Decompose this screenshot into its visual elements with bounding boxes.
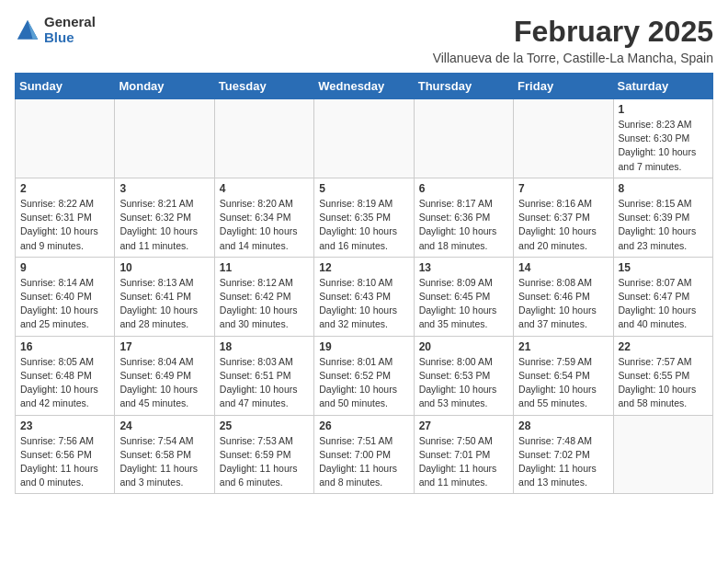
day-number: 5 <box>319 182 408 195</box>
day-number: 27 <box>419 419 508 432</box>
calendar-cell: 5Sunrise: 8:19 AM Sunset: 6:35 PM Daylig… <box>314 178 414 257</box>
calendar-cell: 12Sunrise: 8:10 AM Sunset: 6:43 PM Dayli… <box>314 257 414 336</box>
day-info: Sunrise: 8:23 AM Sunset: 6:30 PM Dayligh… <box>619 118 708 174</box>
logo: General Blue <box>15 15 96 45</box>
day-number: 14 <box>518 261 608 274</box>
day-number: 2 <box>20 182 109 195</box>
day-number: 16 <box>20 340 109 353</box>
day-number: 3 <box>119 182 209 195</box>
logo-icon <box>15 17 40 43</box>
day-info: Sunrise: 8:13 AM Sunset: 6:41 PM Dayligh… <box>119 276 209 332</box>
logo-text: General Blue <box>44 15 96 45</box>
day-info: Sunrise: 8:19 AM Sunset: 6:35 PM Dayligh… <box>319 197 408 253</box>
day-info: Sunrise: 7:56 AM Sunset: 6:56 PM Dayligh… <box>20 434 109 490</box>
day-info: Sunrise: 7:50 AM Sunset: 7:01 PM Dayligh… <box>419 434 508 490</box>
day-info: Sunrise: 8:08 AM Sunset: 6:46 PM Dayligh… <box>518 276 608 332</box>
location: Villanueva de la Torre, Castille-La Manc… <box>433 51 713 65</box>
weekday-header-thursday: Thursday <box>414 74 513 99</box>
calendar-cell: 3Sunrise: 8:21 AM Sunset: 6:32 PM Daylig… <box>115 178 214 257</box>
day-number: 4 <box>220 182 309 195</box>
day-number: 20 <box>419 340 508 353</box>
calendar-cell: 16Sunrise: 8:05 AM Sunset: 6:48 PM Dayli… <box>16 336 115 415</box>
weekday-header-sunday: Sunday <box>16 74 115 99</box>
day-number: 12 <box>319 261 408 274</box>
calendar-cell: 21Sunrise: 7:59 AM Sunset: 6:54 PM Dayli… <box>514 336 613 415</box>
calendar-cell <box>613 415 712 494</box>
day-info: Sunrise: 7:48 AM Sunset: 7:02 PM Dayligh… <box>518 434 608 490</box>
day-number: 21 <box>518 340 608 353</box>
calendar-cell: 22Sunrise: 7:57 AM Sunset: 6:55 PM Dayli… <box>613 336 712 415</box>
day-info: Sunrise: 8:04 AM Sunset: 6:49 PM Dayligh… <box>119 355 209 411</box>
calendar-week-3: 16Sunrise: 8:05 AM Sunset: 6:48 PM Dayli… <box>16 336 713 415</box>
calendar-cell: 15Sunrise: 8:07 AM Sunset: 6:47 PM Dayli… <box>613 257 712 336</box>
day-number: 9 <box>20 261 109 274</box>
calendar-cell: 10Sunrise: 8:13 AM Sunset: 6:41 PM Dayli… <box>115 257 214 336</box>
day-number: 11 <box>220 261 309 274</box>
day-info: Sunrise: 7:51 AM Sunset: 7:00 PM Dayligh… <box>319 434 408 490</box>
day-info: Sunrise: 8:03 AM Sunset: 6:51 PM Dayligh… <box>220 355 309 411</box>
day-number: 23 <box>20 419 109 432</box>
calendar-cell: 19Sunrise: 8:01 AM Sunset: 6:52 PM Dayli… <box>314 336 414 415</box>
calendar-cell: 20Sunrise: 8:00 AM Sunset: 6:53 PM Dayli… <box>414 336 513 415</box>
day-info: Sunrise: 8:20 AM Sunset: 6:34 PM Dayligh… <box>220 197 309 253</box>
day-number: 8 <box>619 182 708 195</box>
day-info: Sunrise: 7:53 AM Sunset: 6:59 PM Dayligh… <box>220 434 309 490</box>
day-info: Sunrise: 8:07 AM Sunset: 6:47 PM Dayligh… <box>619 276 708 332</box>
calendar-cell <box>314 99 414 178</box>
logo-general-text: General <box>44 15 96 30</box>
day-info: Sunrise: 8:12 AM Sunset: 6:42 PM Dayligh… <box>220 276 309 332</box>
day-info: Sunrise: 8:09 AM Sunset: 6:45 PM Dayligh… <box>419 276 508 332</box>
calendar-cell: 9Sunrise: 8:14 AM Sunset: 6:40 PM Daylig… <box>16 257 115 336</box>
calendar-cell: 6Sunrise: 8:17 AM Sunset: 6:36 PM Daylig… <box>414 178 513 257</box>
day-info: Sunrise: 8:14 AM Sunset: 6:40 PM Dayligh… <box>20 276 109 332</box>
calendar-cell <box>414 99 513 178</box>
day-number: 18 <box>220 340 309 353</box>
calendar-cell <box>514 99 613 178</box>
day-info: Sunrise: 8:01 AM Sunset: 6:52 PM Dayligh… <box>319 355 408 411</box>
day-info: Sunrise: 8:16 AM Sunset: 6:37 PM Dayligh… <box>518 197 608 253</box>
weekday-header-monday: Monday <box>115 74 214 99</box>
calendar-cell: 17Sunrise: 8:04 AM Sunset: 6:49 PM Dayli… <box>115 336 214 415</box>
day-info: Sunrise: 8:00 AM Sunset: 6:53 PM Dayligh… <box>419 355 508 411</box>
calendar-cell: 18Sunrise: 8:03 AM Sunset: 6:51 PM Dayli… <box>214 336 313 415</box>
weekday-header-row: SundayMondayTuesdayWednesdayThursdayFrid… <box>16 74 713 99</box>
day-number: 28 <box>518 419 608 432</box>
title-block: February 2025 Villanueva de la Torre, Ca… <box>433 15 713 65</box>
weekday-header-tuesday: Tuesday <box>214 74 313 99</box>
day-number: 26 <box>319 419 408 432</box>
calendar-table: SundayMondayTuesdayWednesdayThursdayFrid… <box>15 73 713 494</box>
calendar-cell: 13Sunrise: 8:09 AM Sunset: 6:45 PM Dayli… <box>414 257 513 336</box>
day-info: Sunrise: 8:10 AM Sunset: 6:43 PM Dayligh… <box>319 276 408 332</box>
calendar-cell: 26Sunrise: 7:51 AM Sunset: 7:00 PM Dayli… <box>314 415 414 494</box>
day-number: 13 <box>419 261 508 274</box>
calendar-cell: 28Sunrise: 7:48 AM Sunset: 7:02 PM Dayli… <box>514 415 613 494</box>
calendar-cell: 24Sunrise: 7:54 AM Sunset: 6:58 PM Dayli… <box>115 415 214 494</box>
day-number: 7 <box>518 182 608 195</box>
day-info: Sunrise: 8:17 AM Sunset: 6:36 PM Dayligh… <box>419 197 508 253</box>
calendar-cell: 25Sunrise: 7:53 AM Sunset: 6:59 PM Dayli… <box>214 415 313 494</box>
calendar-cell: 8Sunrise: 8:15 AM Sunset: 6:39 PM Daylig… <box>613 178 712 257</box>
day-info: Sunrise: 8:22 AM Sunset: 6:31 PM Dayligh… <box>20 197 109 253</box>
day-number: 10 <box>119 261 209 274</box>
day-number: 24 <box>119 419 209 432</box>
calendar-cell: 4Sunrise: 8:20 AM Sunset: 6:34 PM Daylig… <box>214 178 313 257</box>
calendar-week-4: 23Sunrise: 7:56 AM Sunset: 6:56 PM Dayli… <box>16 415 713 494</box>
calendar-cell: 27Sunrise: 7:50 AM Sunset: 7:01 PM Dayli… <box>414 415 513 494</box>
day-number: 15 <box>619 261 708 274</box>
day-info: Sunrise: 7:54 AM Sunset: 6:58 PM Dayligh… <box>119 434 209 490</box>
calendar-week-1: 2Sunrise: 8:22 AM Sunset: 6:31 PM Daylig… <box>16 178 713 257</box>
month-year: February 2025 <box>433 15 713 49</box>
day-number: 1 <box>619 103 708 116</box>
day-number: 6 <box>419 182 508 195</box>
calendar-cell: 1Sunrise: 8:23 AM Sunset: 6:30 PM Daylig… <box>613 99 712 178</box>
calendar-cell: 23Sunrise: 7:56 AM Sunset: 6:56 PM Dayli… <box>16 415 115 494</box>
day-info: Sunrise: 7:59 AM Sunset: 6:54 PM Dayligh… <box>518 355 608 411</box>
calendar-cell <box>16 99 115 178</box>
calendar-cell: 14Sunrise: 8:08 AM Sunset: 6:46 PM Dayli… <box>514 257 613 336</box>
day-number: 25 <box>220 419 309 432</box>
weekday-header-wednesday: Wednesday <box>314 74 414 99</box>
day-number: 17 <box>119 340 209 353</box>
day-info: Sunrise: 8:05 AM Sunset: 6:48 PM Dayligh… <box>20 355 109 411</box>
logo-blue-text: Blue <box>44 30 96 46</box>
day-info: Sunrise: 8:15 AM Sunset: 6:39 PM Dayligh… <box>619 197 708 253</box>
